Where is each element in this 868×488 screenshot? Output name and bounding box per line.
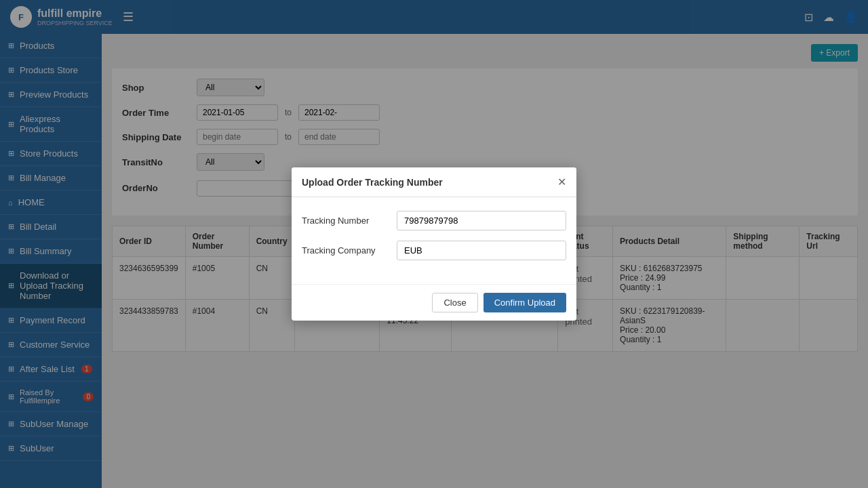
modal-footer: Close Confirm Upload (292, 284, 576, 321)
modal-tracking-company-field: Tracking Company (302, 241, 566, 260)
modal-overlay: Upload Order Tracking Number ✕ Tracking … (0, 0, 868, 488)
tracking-company-label: Tracking Company (302, 245, 397, 256)
tracking-company-input[interactable] (397, 241, 566, 260)
modal-title: Upload Order Tracking Number (302, 177, 443, 188)
upload-tracking-modal: Upload Order Tracking Number ✕ Tracking … (292, 167, 576, 321)
modal-body: Tracking Number Tracking Company (292, 197, 576, 284)
modal-tracking-number-field: Tracking Number (302, 211, 566, 230)
modal-close-icon[interactable]: ✕ (557, 176, 566, 188)
confirm-upload-button[interactable]: Confirm Upload (484, 293, 566, 312)
modal-header: Upload Order Tracking Number ✕ (292, 167, 576, 197)
tracking-number-label: Tracking Number (302, 216, 397, 226)
tracking-number-input[interactable] (397, 211, 566, 230)
close-button[interactable]: Close (432, 293, 477, 312)
